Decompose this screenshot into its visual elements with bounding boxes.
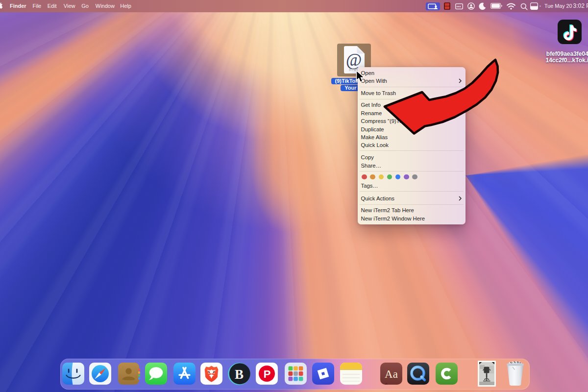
svg-text:@: @ [346, 50, 362, 70]
svg-text:Aa: Aa [385, 368, 398, 380]
svg-text:P: P [264, 368, 271, 380]
svg-text:B: B [234, 367, 243, 381]
